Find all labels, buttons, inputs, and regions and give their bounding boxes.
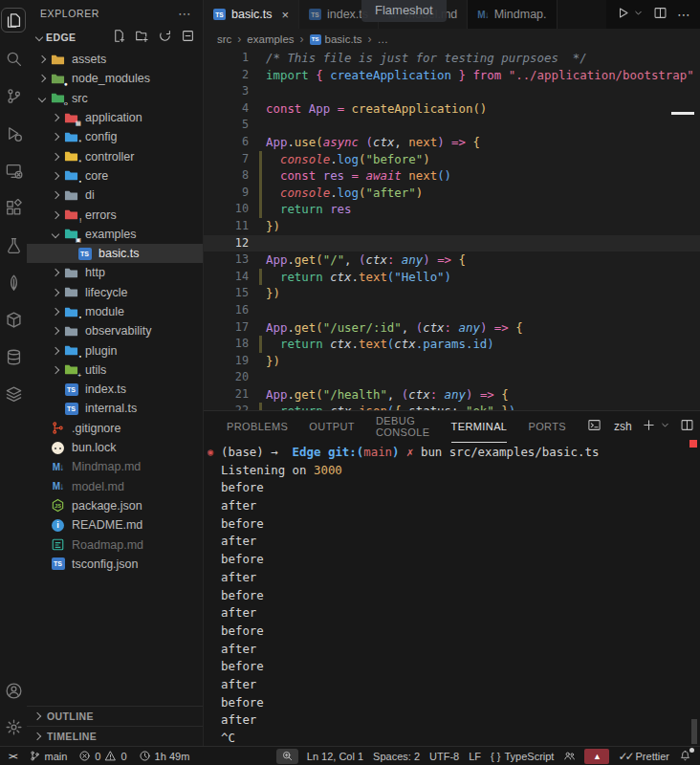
code-line-1[interactable]: 1/* This file is just for testing purpso… xyxy=(204,50,700,67)
close-icon[interactable]: × xyxy=(281,8,289,22)
status-problems[interactable]: 00 xyxy=(74,747,131,765)
tree-file-basic-ts[interactable]: TSbasic.ts xyxy=(27,244,203,263)
split-editor-button[interactable] xyxy=(653,6,667,24)
panel-tab-output[interactable]: OUTPUT xyxy=(309,411,355,443)
activity-bar-item-run-debug[interactable] xyxy=(2,121,25,144)
tree-folder-errors[interactable]: !errors xyxy=(27,205,203,224)
code-line-12[interactable]: 12 xyxy=(204,235,700,252)
activity-bar-item-search[interactable] xyxy=(2,47,25,70)
breadcrumb-item--[interactable]: … xyxy=(378,33,389,45)
more-actions-button[interactable]: ⋯ xyxy=(677,6,690,23)
status-git-branch[interactable]: main xyxy=(24,747,73,765)
status-indentation[interactable]: Spaces: 2 xyxy=(368,747,425,765)
run-dropdown-chevron[interactable] xyxy=(633,6,644,24)
activity-bar-item-containers[interactable] xyxy=(2,308,25,331)
refresh-icon[interactable] xyxy=(158,29,172,47)
tree-folder-di[interactable]: di xyxy=(27,186,203,205)
activity-bar-item-accounts[interactable] xyxy=(2,679,25,702)
line-number[interactable]: 19 xyxy=(204,353,249,370)
line-number[interactable]: 20 xyxy=(204,369,249,386)
tree-file--gitignore[interactable]: .gitignore xyxy=(27,419,203,438)
activity-bar-item-layers[interactable] xyxy=(2,382,25,405)
code-line-7[interactable]: 7 console.log("before") xyxy=(204,151,700,168)
status-prettier[interactable]: ✓✓Prettier xyxy=(613,747,674,765)
code-line-13[interactable]: 13App.get("/", (ctx: any) => { xyxy=(204,251,700,269)
tab-basic-ts[interactable]: TSbasic.ts× xyxy=(204,0,299,29)
tree-folder-observability[interactable]: observability xyxy=(27,321,203,340)
tree-folder-module[interactable]: ▪module xyxy=(27,302,203,321)
code-line-18[interactable]: 18 return ctx.text(ctx.params.id) xyxy=(204,336,700,353)
code-line-21[interactable]: 21App.get("/health", (ctx: any) => { xyxy=(204,386,700,404)
breadcrumb-item-src[interactable]: src xyxy=(217,33,231,45)
code-editor[interactable]: 1/* This file is just for testing purpso… xyxy=(204,50,700,410)
shell-label[interactable]: zsh xyxy=(614,420,632,433)
status-extension-alert[interactable]: ▲ xyxy=(584,749,609,764)
tree-file-README-md[interactable]: iREADME.md xyxy=(27,515,203,535)
code-line-5[interactable]: 5 xyxy=(204,117,700,134)
tree-folder-examples[interactable]: ▣examples xyxy=(27,225,203,244)
status-notifications-bell[interactable] xyxy=(674,747,696,765)
panel-tab-terminal[interactable]: TERMINAL xyxy=(451,411,508,443)
code-line-20[interactable]: 20 xyxy=(204,369,700,386)
line-number[interactable]: 16 xyxy=(204,302,249,319)
line-number[interactable]: 17 xyxy=(204,319,249,337)
terminal-dropdown-chevron[interactable] xyxy=(660,418,670,436)
status-zoom-indicator[interactable] xyxy=(276,749,298,764)
line-number[interactable]: 5 xyxy=(204,117,249,134)
tree-file-Roadmap-md[interactable]: Roadmap.md xyxy=(27,535,203,554)
breadcrumb-item-basic-ts[interactable]: TSbasic.ts xyxy=(310,33,362,45)
activity-bar-item-settings[interactable] xyxy=(2,715,25,738)
panel-tab-ports[interactable]: PORTS xyxy=(528,411,566,443)
line-number[interactable]: 14 xyxy=(204,269,249,286)
line-number[interactable]: 18 xyxy=(204,336,249,353)
tree-file-index-ts[interactable]: TSindex.ts xyxy=(27,380,203,399)
new-folder-icon[interactable] xyxy=(135,29,149,47)
code-line-9[interactable]: 9 console.log("after") xyxy=(204,185,700,202)
line-number[interactable]: 11 xyxy=(204,218,249,235)
line-number[interactable]: 15 xyxy=(204,285,249,302)
line-number[interactable]: 8 xyxy=(204,167,249,185)
activity-bar-item-testing[interactable] xyxy=(2,233,25,256)
line-number[interactable]: 10 xyxy=(204,201,249,218)
new-file-icon[interactable] xyxy=(112,29,126,47)
status-cursor-position[interactable]: Ln 12, Col 1 xyxy=(302,747,368,765)
code-line-14[interactable]: 14 return ctx.text("Hello") xyxy=(204,269,700,286)
tree-folder-assets[interactable]: assets xyxy=(27,50,203,69)
tree-file-package-json[interactable]: JSpackage.json xyxy=(27,496,203,515)
code-line-2[interactable]: 2import { createApplication } from "../a… xyxy=(204,67,700,84)
activity-bar-item-source-control[interactable] xyxy=(2,84,25,107)
code-line-15[interactable]: 15}) xyxy=(204,285,700,302)
sidebar-section-outline[interactable]: OUTLINE xyxy=(27,706,203,726)
line-number[interactable]: 6 xyxy=(204,134,249,151)
line-number[interactable]: 22 xyxy=(204,403,249,410)
tree-file-tsconfig-json[interactable]: TStsconfig.json xyxy=(27,555,203,574)
workspace-section-header[interactable]: EDGE xyxy=(27,27,203,48)
panel-tab-problems[interactable]: PROBLEMS xyxy=(227,411,288,443)
code-line-3[interactable]: 3 xyxy=(204,83,700,100)
activity-bar-item-extensions[interactable] xyxy=(2,196,25,219)
activity-bar-item-explorer[interactable] xyxy=(1,8,26,33)
line-number[interactable]: 2 xyxy=(204,67,249,84)
line-number[interactable]: 9 xyxy=(204,185,249,202)
code-line-17[interactable]: 17App.get("/user/:id", (ctx: any) => { xyxy=(204,319,700,337)
status-encoding[interactable]: UTF-8 xyxy=(425,747,464,765)
collapse-all-icon[interactable] xyxy=(181,29,195,47)
tree-file-internal-ts[interactable]: TSinternal.ts xyxy=(27,399,203,418)
activity-bar-item-remote-explorer[interactable] xyxy=(2,159,25,182)
sidebar-section-timeline[interactable]: TIMELINE xyxy=(27,726,203,746)
code-line-11[interactable]: 11}) xyxy=(204,218,700,235)
new-terminal-button[interactable] xyxy=(642,418,656,436)
line-number[interactable]: 7 xyxy=(204,151,249,168)
status-remote-indicator[interactable]: >< xyxy=(4,747,22,765)
line-number[interactable]: 12 xyxy=(204,235,249,252)
code-line-8[interactable]: 8 const res = await next() xyxy=(204,167,700,185)
status-accounts-people[interactable] xyxy=(558,747,580,765)
tree-file-Mindmap-md[interactable]: M↓Mindmap.md xyxy=(27,457,203,476)
line-number[interactable]: 21 xyxy=(204,386,249,404)
line-number[interactable]: 13 xyxy=(204,251,249,269)
line-number[interactable]: 4 xyxy=(204,100,249,118)
terminal-scrollbar[interactable] xyxy=(691,719,697,744)
breadcrumb-item-examples[interactable]: examples xyxy=(247,33,294,45)
tree-folder-lifecycle[interactable]: lifecycle xyxy=(27,283,203,302)
activity-bar-item-database[interactable] xyxy=(2,345,25,368)
